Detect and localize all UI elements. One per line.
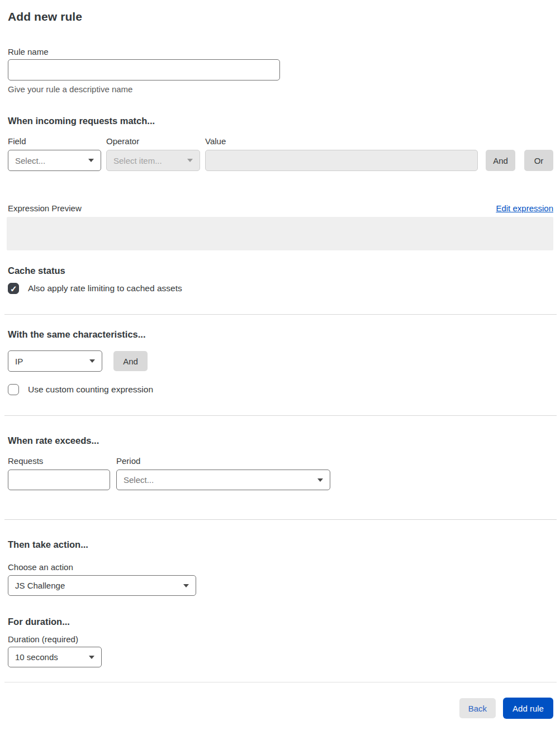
custom-counting-checkbox-label: Use custom counting expression bbox=[28, 385, 153, 395]
operator-label: Operator bbox=[106, 136, 200, 146]
choose-action-label: Choose an action bbox=[8, 562, 553, 572]
chevron-down-icon bbox=[89, 656, 94, 659]
requests-label: Requests bbox=[8, 456, 110, 466]
action-select[interactable]: JS Challenge bbox=[8, 575, 196, 596]
section-heading-cache-status: Cache status bbox=[8, 266, 553, 276]
period-label: Period bbox=[116, 456, 140, 466]
chevron-down-icon bbox=[317, 478, 323, 482]
rate-labels-row: Requests Period bbox=[8, 456, 553, 466]
duration-select[interactable]: 10 seconds bbox=[8, 647, 102, 667]
chevron-down-icon bbox=[187, 159, 193, 162]
expression-preview-row: Expression Preview Edit expression bbox=[8, 203, 553, 213]
page-title: Add new rule bbox=[8, 10, 553, 23]
match-controls-row: Select... Select item... And Or bbox=[8, 150, 553, 171]
section-heading-match: When incoming requests match... bbox=[8, 116, 553, 126]
characteristics-row: IP And bbox=[8, 350, 553, 372]
back-button[interactable]: Back bbox=[459, 698, 496, 718]
chevron-down-icon bbox=[183, 584, 189, 587]
operator-select[interactable]: Select item... bbox=[106, 150, 200, 171]
action-select-value: JS Challenge bbox=[15, 581, 65, 590]
footer-divider bbox=[4, 682, 557, 682]
custom-counting-row: Use custom counting expression bbox=[8, 384, 553, 395]
expression-preview-label: Expression Preview bbox=[8, 203, 82, 213]
add-rule-form: Add new rule Rule name Give your rule a … bbox=[0, 10, 560, 719]
section-divider bbox=[4, 314, 557, 315]
cache-status-checkbox[interactable] bbox=[8, 283, 19, 294]
rule-name-input[interactable] bbox=[8, 59, 280, 80]
rule-name-group: Rule name Give your rule a descriptive n… bbox=[8, 47, 553, 94]
characteristic-select[interactable]: IP bbox=[8, 350, 102, 372]
section-divider bbox=[4, 519, 557, 520]
field-select-value: Select... bbox=[15, 156, 45, 165]
period-select-value: Select... bbox=[124, 475, 154, 485]
cache-status-row: Also apply rate limiting to cached asset… bbox=[8, 283, 553, 294]
or-button[interactable]: Or bbox=[524, 150, 553, 171]
custom-counting-checkbox[interactable] bbox=[8, 384, 19, 395]
add-rule-button[interactable]: Add rule bbox=[503, 698, 553, 719]
field-label: Field bbox=[8, 136, 101, 146]
chevron-down-icon bbox=[89, 359, 95, 363]
footer-actions: Back Add rule bbox=[8, 698, 553, 719]
characteristic-select-value: IP bbox=[15, 357, 23, 366]
requests-input[interactable] bbox=[8, 470, 110, 490]
and-button[interactable]: And bbox=[486, 150, 515, 171]
rule-name-label: Rule name bbox=[8, 47, 553, 56]
period-select[interactable]: Select... bbox=[116, 470, 330, 490]
duration-label: Duration (required) bbox=[8, 634, 553, 644]
section-divider bbox=[4, 415, 557, 416]
field-select[interactable]: Select... bbox=[8, 150, 101, 171]
characteristic-and-button[interactable]: And bbox=[113, 351, 148, 371]
section-heading-rate: When rate exceeds... bbox=[8, 435, 553, 446]
chevron-down-icon bbox=[88, 159, 94, 162]
value-label: Value bbox=[205, 136, 478, 146]
rule-name-helper: Give your rule a descriptive name bbox=[8, 84, 553, 94]
section-heading-characteristics: With the same characteristics... bbox=[8, 329, 553, 340]
section-heading-action: Then take action... bbox=[8, 539, 553, 550]
rate-controls-row: Select... bbox=[8, 470, 553, 490]
operator-select-value: Select item... bbox=[113, 156, 162, 165]
value-input[interactable] bbox=[205, 150, 478, 171]
edit-expression-link[interactable]: Edit expression bbox=[496, 203, 553, 213]
match-labels-row: Field Operator Value bbox=[8, 136, 553, 146]
cache-status-checkbox-label: Also apply rate limiting to cached asset… bbox=[28, 283, 182, 293]
section-heading-duration: For duration... bbox=[8, 617, 553, 627]
duration-select-value: 10 seconds bbox=[15, 652, 58, 662]
expression-preview-box bbox=[7, 217, 553, 250]
